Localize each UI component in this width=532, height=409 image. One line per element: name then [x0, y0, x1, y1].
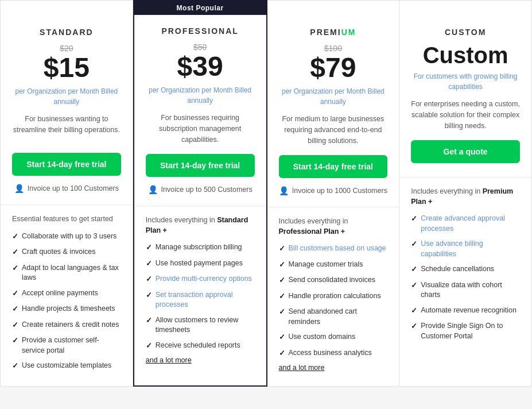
plan-header: PROFESSIONAL $50 $39 per Organization pe…: [134, 15, 266, 206]
feature-text: Handle proration calculations: [289, 291, 381, 302]
check-icon: ✓: [279, 260, 285, 271]
check-icon: ✓: [146, 259, 152, 269]
billing-info: per Organization per Month Billed annual…: [146, 85, 255, 106]
check-icon: ✓: [12, 232, 18, 242]
feature-text: Provide multi-currency options: [156, 274, 252, 284]
plan-header: PREMIUM $100 $79 per Organization per Mo…: [267, 16, 399, 207]
plan-name: PREMIUM: [279, 28, 388, 37]
feature-text: Collaborate with up to 3 users: [22, 231, 117, 242]
check-icon: ✓: [411, 322, 417, 332]
check-icon: ✓: [12, 361, 18, 372]
check-icon: ✓: [146, 243, 152, 253]
feature-text: Adapt to local languages & tax laws: [22, 263, 121, 283]
check-icon: ✓: [279, 276, 285, 286]
feature-item: ✓ Use custom domains: [279, 332, 388, 343]
check-icon: ✓: [12, 289, 18, 299]
feature-text: Set transaction approval processes: [156, 290, 255, 310]
check-icon: ✓: [146, 291, 152, 301]
billing-info: For customers with growing billing capab…: [411, 71, 520, 92]
feature-item: ✓ Adapt to local languages & tax laws: [12, 263, 121, 283]
feature-text: Use custom domains: [289, 332, 356, 342]
plan-features: Includes everything in Premium Plan + ✓ …: [399, 178, 531, 385]
feature-text: Send abandoned cart reminders: [289, 307, 388, 327]
feature-item: ✓ Access business analytics: [279, 348, 388, 359]
invoice-info: 👤 Invoice up to 500 Customers: [146, 185, 255, 200]
person-icon: 👤: [279, 186, 289, 195]
check-icon: ✓: [146, 275, 152, 285]
badge-spacer: [1, 1, 133, 16]
feature-text: Automate revenue recognition: [421, 306, 517, 316]
feature-item: ✓ Handle projects & timesheets: [12, 304, 121, 315]
feature-text: Accept online payments: [22, 288, 98, 299]
feature-text: Access business analytics: [289, 348, 372, 358]
features-intro: Includes everything in Standard Plan +: [146, 215, 255, 236]
feature-item: ✓ Send consolidated invoices: [279, 275, 388, 286]
original-price: $100: [279, 44, 388, 53]
check-icon: ✓: [12, 248, 18, 258]
cta-button-custom[interactable]: Get a quote: [411, 140, 520, 163]
current-price: Custom: [411, 44, 520, 67]
features-intro: Includes everything in Professional Plan…: [279, 217, 388, 237]
features-intro-bold: Standard Plan +: [146, 216, 248, 234]
feature-item: ✓ Provide multi-currency options: [146, 274, 255, 285]
check-icon: ✓: [12, 336, 18, 346]
check-icon: ✓: [279, 349, 285, 359]
cta-button-standard[interactable]: Start 14-day free trial: [12, 153, 121, 176]
feature-item: ✓ Create advanced approval processes: [411, 214, 520, 234]
plan-card-professional: Most Popular PROFESSIONAL $50 $39 per Or…: [133, 0, 267, 387]
feature-text: Send consolidated invoices: [289, 275, 376, 285]
feature-item: ✓ Accept online payments: [12, 288, 121, 299]
check-icon: ✓: [12, 321, 18, 331]
features-intro: Essential features to get started: [12, 214, 121, 225]
feature-text: Receive scheduled reports: [156, 341, 240, 351]
features-intro-bold: Premium Plan +: [411, 187, 513, 206]
check-icon: ✓: [279, 307, 285, 318]
invoice-text: Invoice up to 100 Customers: [28, 184, 119, 192]
feature-text: Manage customer trials: [289, 260, 363, 270]
feature-text: Visualize data with cohort charts: [421, 280, 520, 300]
original-price: $20: [12, 44, 121, 53]
billing-info: per Organization per Month Billed annual…: [12, 86, 121, 107]
feature-item: ✓ Craft quotes & invoices: [12, 247, 121, 258]
most-popular-badge: Most Popular: [134, 1, 266, 15]
check-icon: ✓: [146, 341, 152, 352]
cta-button-professional[interactable]: Start 14-day free trial: [146, 154, 255, 177]
plan-description: For businesses wanting to streamline the…: [12, 114, 121, 144]
plan-name-highlight: UM: [341, 28, 356, 37]
feature-item: ✓ Visualize data with cohort charts: [411, 280, 520, 300]
feature-text: Create retainers & credit notes: [22, 320, 119, 330]
plan-features: Includes everything in Professional Plan…: [267, 207, 399, 385]
plan-description: For enterprises needing a custom, scalab…: [411, 99, 520, 131]
check-icon: ✓: [12, 304, 18, 315]
plan-description: For medium to large businesses requiring…: [279, 114, 388, 146]
plan-features: Includes everything in Standard Plan + ✓…: [134, 206, 266, 385]
invoice-info: 👤 Invoice up to 100 Customers: [12, 184, 121, 199]
features-intro-bold: Professional Plan +: [279, 227, 345, 236]
cta-button-premium[interactable]: Start 14-day free trial: [279, 155, 388, 178]
original-price: $50: [146, 43, 255, 52]
person-icon: 👤: [148, 185, 158, 194]
feature-item: ✓ Manage customer trials: [279, 260, 388, 271]
plan-name: STANDARD: [12, 28, 121, 37]
and-more-link[interactable]: and a lot more: [279, 364, 388, 372]
feature-item: ✓ Send abandoned cart reminders: [279, 307, 388, 327]
feature-item: ✓ Handle proration calculations: [279, 291, 388, 302]
feature-item: ✓ Manage subscription billing: [146, 242, 255, 253]
feature-text: Manage subscription billing: [156, 242, 242, 253]
pricing-container: STANDARD $20 $15 per Organization per Mo…: [0, 0, 532, 387]
check-icon: ✓: [279, 292, 285, 302]
feature-item: ✓ Allow customers to review timesheets: [146, 315, 255, 335]
plan-header: STANDARD $20 $15 per Organization per Mo…: [1, 16, 133, 205]
feature-item: ✓ Use advance billing capabilities: [411, 239, 520, 259]
and-more-link[interactable]: and a lot more: [146, 356, 255, 364]
feature-item: ✓ Create retainers & credit notes: [12, 320, 121, 331]
plan-name: PROFESSIONAL: [146, 26, 255, 36]
feature-item: ✓ Provide a customer self-service portal: [12, 335, 121, 356]
current-price: $15: [12, 54, 121, 82]
check-icon: ✓: [411, 281, 417, 291]
feature-text: Use advance billing capabilities: [421, 239, 520, 259]
feature-text: Use hosted payment pages: [156, 258, 243, 269]
check-icon: ✓: [411, 265, 417, 275]
feature-item: ✓ Use hosted payment pages: [146, 258, 255, 269]
feature-item: ✓ Schedule cancellations: [411, 264, 520, 275]
